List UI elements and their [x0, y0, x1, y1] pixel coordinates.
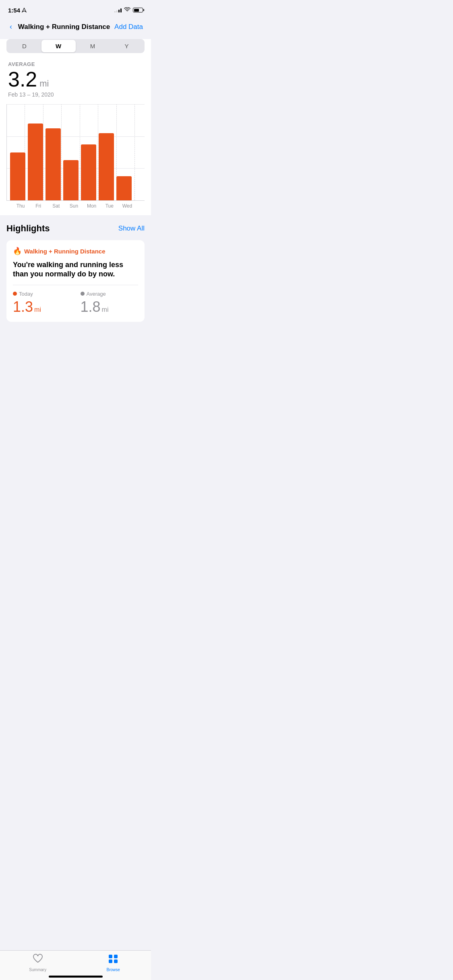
today-dot — [13, 292, 17, 296]
add-data-button[interactable]: Add Data — [114, 23, 143, 31]
card-stat-today: Today 1.3 mi — [13, 291, 71, 315]
chart-area: 6 4 2 — [6, 104, 145, 201]
bar-wed — [116, 104, 132, 200]
status-bar: 1:54 — [0, 0, 151, 18]
nav-bar: ‹ Walking + Running Distance Add Data — [0, 18, 151, 39]
stats-section: AVERAGE 3.2 mi Feb 13 – 19, 2020 — [0, 61, 151, 104]
day-label-tue: Tue — [102, 203, 117, 209]
today-unit: mi — [34, 306, 41, 313]
average-label: Average — [87, 291, 106, 297]
flame-icon: 🔥 — [13, 247, 22, 255]
highlights-header: Highlights Show All — [6, 223, 145, 234]
tab-month[interactable]: M — [76, 40, 110, 52]
tab-week[interactable]: W — [41, 40, 76, 52]
bar-tue — [99, 104, 114, 200]
signal-bars — [114, 8, 122, 12]
page-title: Walking + Running Distance — [14, 23, 114, 31]
average-value: 1.8 — [81, 299, 101, 315]
average-unit: mi — [102, 306, 109, 313]
stats-number: 3.2 — [8, 69, 37, 90]
svg-marker-0 — [22, 8, 26, 12]
bar-sun — [63, 104, 79, 200]
status-icons — [114, 7, 143, 13]
stats-unit: mi — [39, 78, 49, 89]
back-button[interactable]: ‹ — [8, 21, 14, 33]
average-dot — [81, 292, 85, 296]
day-label-wed: Wed — [120, 203, 135, 209]
highlights-title: Highlights — [6, 223, 50, 234]
day-label-thu: Thu — [13, 203, 28, 209]
card-stats: Today 1.3 mi Average 1.8 mi — [13, 291, 138, 315]
stats-label: AVERAGE — [8, 61, 143, 67]
today-value: 1.3 — [13, 299, 33, 315]
show-all-button[interactable]: Show All — [118, 224, 145, 233]
card-description: You're walking and running less than you… — [13, 260, 138, 285]
card-metric-name: Walking + Running Distance — [24, 248, 105, 255]
time-range-tabs: D W M Y — [6, 39, 145, 53]
bar-sat — [46, 104, 61, 200]
wifi-icon — [124, 7, 130, 13]
battery-icon — [133, 8, 143, 12]
main-content: D W M Y AVERAGE 3.2 mi Feb 13 – 19, 2020 — [0, 39, 151, 215]
day-label-sun: Sun — [66, 203, 81, 209]
card-stat-average: Average 1.8 mi — [81, 291, 139, 315]
highlights-section: Highlights Show All 🔥 Walking + Running … — [0, 215, 151, 335]
day-label-fri: Fri — [31, 203, 46, 209]
day-label-mon: Mon — [84, 203, 99, 209]
bars-container — [7, 104, 135, 200]
tab-year[interactable]: Y — [110, 40, 144, 52]
bar-fri — [28, 104, 43, 200]
stats-date: Feb 13 – 19, 2020 — [8, 91, 143, 98]
stats-value: 3.2 mi — [8, 69, 143, 90]
card-metric-label: 🔥 Walking + Running Distance — [13, 247, 138, 255]
day-label-sat: Sat — [48, 203, 64, 209]
chart-container: 6 4 2 — [0, 104, 151, 215]
tab-day[interactable]: D — [7, 40, 41, 52]
location-icon — [22, 8, 27, 12]
bar-thu — [10, 104, 25, 200]
day-labels: Thu Fri Sat Sun Mon Tue Wed — [6, 201, 145, 209]
today-label: Today — [19, 291, 33, 297]
bar-mon — [81, 104, 96, 200]
status-time: 1:54 — [8, 7, 27, 14]
highlight-card: 🔥 Walking + Running Distance You're walk… — [6, 240, 145, 322]
